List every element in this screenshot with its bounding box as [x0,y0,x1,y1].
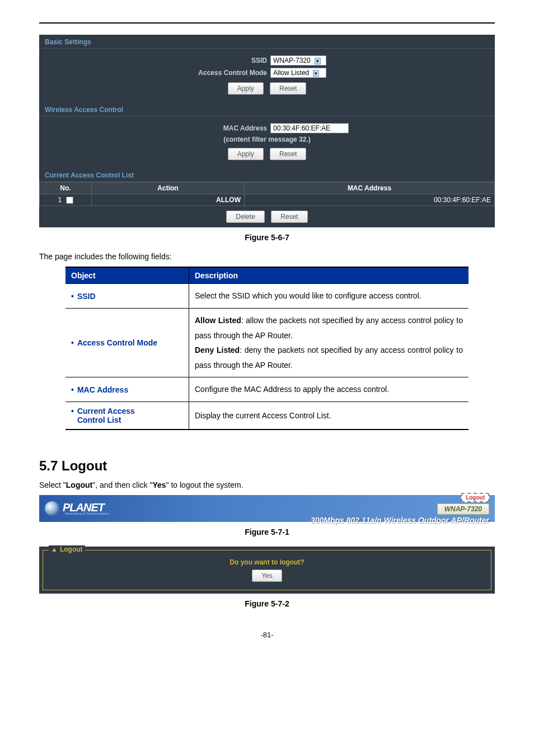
obj-mac-address: MAC Address [77,385,128,394]
product-banner: PLANET Networking & Communication Logout… [39,495,495,522]
obj-access-control-mode: Access Control Mode [77,338,157,347]
table-row: •Access Control Mode Allow Listed: allow… [65,308,469,377]
model-badge: WNAP-7320 [437,503,489,515]
access-control-mode-select[interactable]: Allow Listed ▾ [270,68,326,78]
table-row: •Current Access •Control List Display th… [65,402,469,430]
page-number: -81- [39,631,495,639]
logout-panel: ▲Logout Do you want to logout? Yes [39,547,495,594]
access-control-mode-label: Access Control Mode [45,69,270,77]
intro-text: The page includes the following fields: [39,252,495,261]
desc-mac-address: Configure the MAC Address to apply the a… [189,377,469,402]
apply-button[interactable]: Apply [228,82,264,95]
delete-button[interactable]: Delete [226,211,265,223]
mac-address-input[interactable]: 00:30:4F:60:EF:AE [270,123,349,133]
row-checkbox[interactable] [66,197,73,204]
logout-badge[interactable]: Logout [461,493,489,502]
object-header: Object [65,267,189,284]
table-row: 1 ALLOW 00:30:4F:60:EF:AE [40,194,495,206]
table-row: •SSID Select the SSID which you would li… [65,284,469,309]
reset-button[interactable]: Reset [270,82,306,95]
chevron-down-icon: ▾ [313,70,319,77]
brand-subtext: Networking & Communication [65,512,109,515]
obj-ssid: SSID [77,292,96,301]
object-description-table: Object Description •SSID Select the SSID… [65,267,469,430]
logout-prompt: Do you want to logout? [48,558,486,566]
ssid-label: SSID [45,57,270,64]
desc-ssid: Select the SSID which you would like to … [189,284,469,309]
wireless-access-control-title: Wireless Access Control [39,102,495,116]
reset-button[interactable]: Reset [270,148,306,160]
figure-caption-2: Figure 5-7-1 [39,528,495,536]
col-action: Action [92,183,245,194]
top-rule [39,22,495,24]
figure-caption-3: Figure 5-7-2 [39,599,495,608]
obj-current-access-1: Current Access [77,407,135,416]
table-row: •MAC Address Configure the MAC Address t… [65,377,469,402]
logout-legend: Logout [60,545,83,553]
mode-value: Allow Listed [273,69,309,77]
router-ui-panel: Basic Settings SSID WNAP-7320 ▾ Access C… [39,35,495,227]
ssid-value: WNAP-7320 [273,57,311,64]
logout-instruction: Select "Logout", and then click "Yes" to… [39,480,495,489]
banner-tagline: 300Mbps 802.11a/n Wireless Outdoor AP/Ro… [311,516,489,525]
col-no: No. [40,183,92,194]
logout-heading: 5.7 Logout [39,458,495,474]
apply-button[interactable]: Apply [228,148,264,160]
row-action: ALLOW [92,194,245,206]
yes-button[interactable]: Yes [252,570,282,582]
reset-button[interactable]: Reset [271,211,307,223]
globe-icon [45,501,59,516]
row-mac: 00:30:4F:60:EF:AE [245,194,495,206]
obj-current-access-2: Control List [77,416,121,424]
description-header: Description [189,267,469,284]
acl-table: No. Action MAC Address 1 ALLOW 00:30:4F:… [39,182,495,206]
mac-address-label: MAC Address [45,124,270,132]
warning-icon: ▲ [51,545,58,553]
figure-caption-1: Figure 5-6-7 [39,233,495,242]
col-mac: MAC Address [245,183,495,194]
content-filter-note: (content filter message 32.) [45,136,489,143]
current-access-control-list-title: Current Access Control List [39,168,495,182]
ssid-select[interactable]: WNAP-7320 ▾ [270,55,326,66]
chevron-down-icon: ▾ [315,58,321,64]
desc-access-control-mode: Allow Listed: allow the packets not spec… [189,308,469,377]
desc-current-access: Display the current Access Control List. [189,402,469,430]
basic-settings-title: Basic Settings [39,35,495,49]
row-no: 1 [58,196,62,204]
